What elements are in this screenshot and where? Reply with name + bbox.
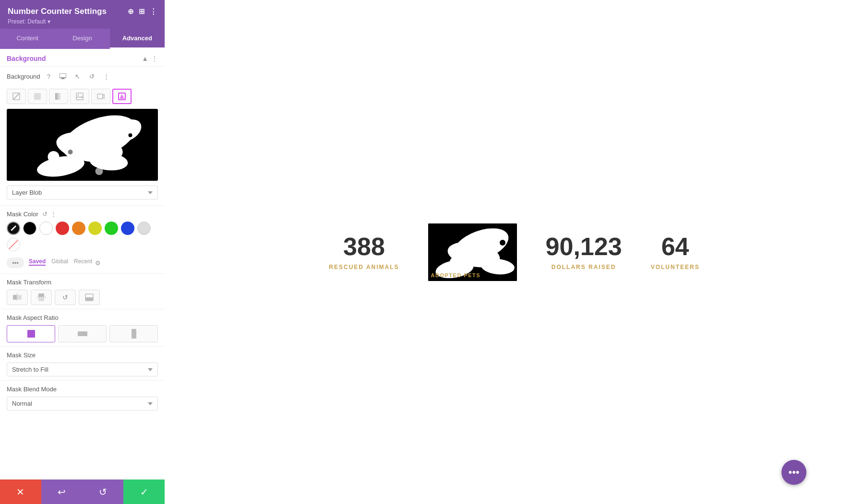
counters-grid: 388 RESCUED ANIMALS ADOPTED PETS 90,123 xyxy=(165,204,864,300)
svg-point-20 xyxy=(68,150,73,154)
counter-number-4: 64 xyxy=(651,234,700,259)
color-tab-saved[interactable]: Saved xyxy=(29,258,46,266)
transform-flip-h[interactable] xyxy=(7,290,28,305)
mask-blend-dropdown-row: Normal Multiply Screen Overlay xyxy=(7,397,158,410)
counter-volunteers: 64 VOLUNTEERS xyxy=(651,234,700,270)
bg-type-mask[interactable] xyxy=(112,89,132,104)
layer-blob-select[interactable]: Layer Blob xyxy=(7,186,158,199)
footer-undo-button[interactable]: ↩ xyxy=(41,480,83,504)
bg-type-video[interactable] xyxy=(91,89,110,104)
settings-panel: Number Counter Settings ⊕ ⊞ ⋮ Preset: De… xyxy=(0,0,165,504)
mask-transform-label: Mask Transform xyxy=(7,279,158,286)
color-swatch-light-gray[interactable] xyxy=(137,222,151,235)
color-swatch-none[interactable] xyxy=(7,238,20,251)
svg-point-37 xyxy=(500,240,505,246)
bg-desktop-icon[interactable] xyxy=(57,70,69,82)
svg-rect-22 xyxy=(18,295,22,300)
color-tabs: Saved Global Recent xyxy=(29,256,92,270)
dots-button[interactable]: ••• xyxy=(7,258,24,268)
svg-point-36 xyxy=(450,257,459,267)
mask-blend-label: Mask Blend Mode xyxy=(7,386,158,393)
color-swatch-white[interactable] xyxy=(39,222,53,235)
panel-footer: ✕ ↩ ↺ ✓ xyxy=(0,479,165,504)
svg-rect-2 xyxy=(61,79,65,79)
tab-design[interactable]: Design xyxy=(55,29,109,49)
bg-more-icon[interactable]: ⋮ xyxy=(100,70,112,82)
bg-type-image[interactable] xyxy=(70,89,89,104)
color-swatch-orange[interactable] xyxy=(72,222,85,235)
svg-rect-9 xyxy=(97,94,103,99)
bg-type-none[interactable] xyxy=(7,89,26,104)
counter-label-4: VOLUNTEERS xyxy=(651,264,700,270)
svg-line-3 xyxy=(13,93,20,100)
aspect-btn-square[interactable] xyxy=(7,325,55,342)
background-preview xyxy=(7,109,158,181)
panel-icon-columns[interactable]: ⊞ xyxy=(139,7,145,16)
color-swatch-blue[interactable] xyxy=(121,222,134,235)
svg-rect-30 xyxy=(132,329,136,339)
svg-point-18 xyxy=(96,167,103,175)
aspect-btn-wide[interactable] xyxy=(58,325,107,342)
panel-title-icons: ⊕ ⊞ ⋮ xyxy=(128,7,157,16)
footer-save-button[interactable]: ✓ xyxy=(123,480,165,504)
mask-blend-select[interactable]: Normal Multiply Screen Overlay xyxy=(7,397,158,410)
color-swatch-black[interactable] xyxy=(23,222,36,235)
mask-color-more-icon[interactable]: ⋮ xyxy=(50,211,57,218)
color-settings-icon[interactable]: ⚙ xyxy=(95,259,101,267)
color-swatch-green[interactable] xyxy=(105,222,118,235)
background-label-row: Background ? ↖ ↺ ⋮ xyxy=(0,67,165,86)
mask-transform-section: Mask Transform ↺ xyxy=(0,275,165,308)
tab-content[interactable]: Content xyxy=(0,29,55,49)
section-title-background: Background xyxy=(7,55,46,62)
counter-adopted-pets: ADOPTED PETS xyxy=(428,223,517,281)
mask-aspect-section: Mask Aspect Ratio xyxy=(0,310,165,345)
tab-advanced[interactable]: Advanced xyxy=(110,29,165,49)
panel-body: Background ▲ ⋮ Background ? ↖ ↺ ⋮ xyxy=(0,49,165,479)
bg-type-color[interactable] xyxy=(28,89,47,104)
svg-rect-0 xyxy=(60,73,66,78)
color-swatch-pen[interactable] xyxy=(7,222,20,235)
color-swatches xyxy=(7,222,158,253)
panel-title-row: Number Counter Settings ⊕ ⊞ ⋮ xyxy=(8,7,157,16)
svg-rect-1 xyxy=(62,78,64,79)
color-tab-global[interactable]: Global xyxy=(51,258,68,266)
mask-size-section: Mask Size Stretch to Fill Fit Cover Actu… xyxy=(0,348,165,379)
preset-selector[interactable]: Preset: Default ▾ xyxy=(8,18,157,25)
transform-buttons: ↺ xyxy=(7,290,158,305)
counter-rescued-animals: 388 RESCUED ANIMALS xyxy=(329,234,399,270)
background-type-buttons xyxy=(0,86,165,109)
bg-help-icon[interactable]: ? xyxy=(43,70,54,82)
mask-color-reset-icon[interactable]: ↺ xyxy=(42,211,48,218)
svg-rect-24 xyxy=(38,293,44,297)
bg-cursor-icon[interactable]: ↖ xyxy=(72,70,83,82)
panel-tabs: Content Design Advanced xyxy=(0,29,165,49)
aspect-btn-tall[interactable] xyxy=(109,325,158,342)
svg-point-19 xyxy=(129,133,132,137)
svg-point-8 xyxy=(78,94,79,96)
counter-label-3: DOLLARS RAISED xyxy=(546,264,622,270)
bg-reset-icon[interactable]: ↺ xyxy=(86,70,97,82)
color-swatch-yellow[interactable] xyxy=(88,222,102,235)
footer-redo-button[interactable]: ↺ xyxy=(83,480,124,504)
mask-size-select[interactable]: Stretch to Fill Fit Cover Actual Size xyxy=(7,363,158,376)
panel-icon-more[interactable]: ⋮ xyxy=(150,7,157,16)
panel-title: Number Counter Settings xyxy=(8,7,107,16)
counter-label-1: RESCUED ANIMALS xyxy=(329,264,399,270)
color-tab-recent[interactable]: Recent xyxy=(74,258,92,266)
transform-invert[interactable] xyxy=(79,290,100,305)
section-more-icon[interactable]: ⋮ xyxy=(151,55,158,62)
transform-reset[interactable]: ↺ xyxy=(55,290,76,305)
color-swatch-red[interactable] xyxy=(56,222,69,235)
counter-dollars-raised: 90,123 DOLLARS RAISED xyxy=(546,234,622,270)
svg-rect-29 xyxy=(78,331,87,336)
panel-icon-target[interactable]: ⊕ xyxy=(128,7,134,16)
background-label: Background xyxy=(7,73,40,80)
mask-aspect-label: Mask Aspect Ratio xyxy=(7,314,158,321)
background-section-header: Background ▲ ⋮ xyxy=(0,49,165,67)
section-collapse-icon[interactable]: ▲ xyxy=(142,55,148,62)
bg-type-gradient[interactable] xyxy=(49,89,68,104)
color-tabs-row: ••• Saved Global Recent ⚙ xyxy=(0,256,165,272)
footer-cancel-button[interactable]: ✕ xyxy=(0,480,41,504)
transform-flip-v[interactable] xyxy=(31,290,52,305)
fab-button[interactable]: ••• xyxy=(781,460,806,485)
